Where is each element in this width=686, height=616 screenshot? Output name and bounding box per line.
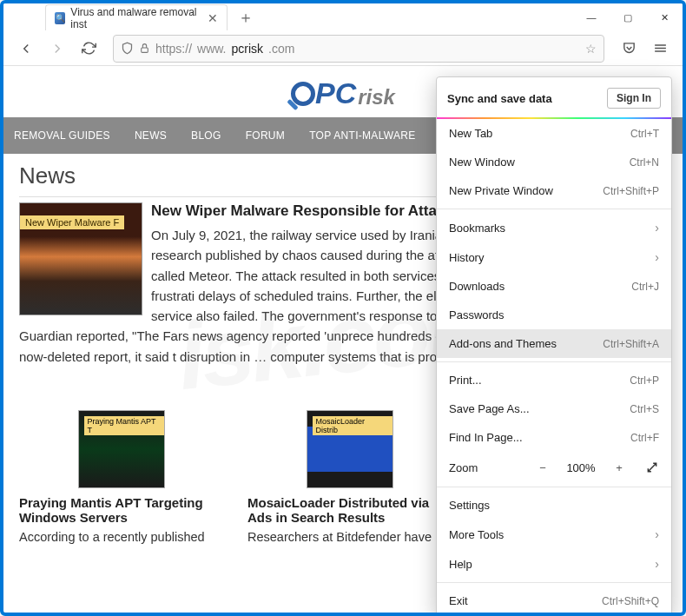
menu-label: Passwords xyxy=(449,308,505,321)
menu-separator xyxy=(437,487,671,487)
card-1-title[interactable]: Praying Mantis APT Targeting Windows Ser… xyxy=(19,495,223,525)
card-1-thumb[interactable]: Praying Mantis APT T xyxy=(78,410,165,488)
menu-bookmarks[interactable]: Bookmarks› xyxy=(437,213,671,242)
address-bar[interactable]: https://www.pcrisk.com ☆ xyxy=(113,35,604,63)
menu-label: Save Page As... xyxy=(449,402,530,415)
zoom-label: Zoom xyxy=(449,461,478,474)
menu-shortcut: Ctrl+Shift+P xyxy=(603,185,659,197)
card-2-thumb[interactable]: MosaicLoader Distrib xyxy=(307,410,393,488)
nav-top-antimalware[interactable]: TOP ANTI-MALWARE xyxy=(309,129,415,142)
zoom-in-button[interactable]: + xyxy=(609,457,630,478)
card-2-title[interactable]: MosaicLoader Distributed via Ads in Sear… xyxy=(247,495,452,525)
nav-forum[interactable]: FORUM xyxy=(246,129,286,142)
menu-zoom-row: Zoom − 100% + xyxy=(437,452,671,483)
menu-history[interactable]: History› xyxy=(437,242,671,272)
menu-separator xyxy=(437,209,671,209)
menu-exit[interactable]: ExitCtrl+Shift+Q xyxy=(437,586,671,615)
menu-new-tab[interactable]: New TabCtrl+T xyxy=(437,119,671,148)
tab-favicon-icon: 🔍 xyxy=(55,12,65,24)
menu-shortcut: Ctrl+P xyxy=(630,374,659,387)
reload-button[interactable] xyxy=(75,35,102,63)
lock-icon[interactable] xyxy=(139,43,150,54)
sign-in-button[interactable]: Sign In xyxy=(607,88,661,109)
nav-blog[interactable]: BLOG xyxy=(191,129,221,142)
lead-article-thumb[interactable]: New Wiper Malware F xyxy=(19,202,142,315)
chevron-right-icon: › xyxy=(655,557,659,571)
toolbar: https://www.pcrisk.com ☆ xyxy=(3,31,683,66)
menu-passwords[interactable]: Passwords xyxy=(437,301,671,329)
menu-label: Exit xyxy=(449,594,468,607)
nav-removal-guides[interactable]: REMOVAL GUIDES xyxy=(14,129,110,142)
url-domain: pcrisk xyxy=(231,42,263,56)
chevron-right-icon: › xyxy=(655,221,659,235)
browser-window: 🔍 Virus and malware removal inst ✕ ＋ — ▢… xyxy=(0,0,686,616)
menu-label: More Tools xyxy=(449,528,504,541)
menu-find-in-page[interactable]: Find In Page...Ctrl+F xyxy=(437,423,671,452)
menu-label: Settings xyxy=(449,499,490,512)
logo-text-1: PC xyxy=(315,76,356,110)
menu-save-page-as[interactable]: Save Page As...Ctrl+S xyxy=(437,394,671,423)
menu-shortcut: Ctrl+Shift+Q xyxy=(602,595,659,607)
thumb-label: New Wiper Malware F xyxy=(20,215,124,229)
menu-shortcut: Ctrl+J xyxy=(631,281,659,293)
menu-more-tools[interactable]: More Tools› xyxy=(437,520,671,549)
logo-text-2: risk xyxy=(358,85,395,109)
zoom-value: 100% xyxy=(562,461,600,474)
sync-title: Sync and save data xyxy=(447,92,552,105)
nav-news[interactable]: NEWS xyxy=(135,129,167,142)
menu-shortcut: Ctrl+N xyxy=(630,156,659,169)
menu-settings[interactable]: Settings xyxy=(437,491,671,520)
titlebar: 🔍 Virus and malware removal inst ✕ ＋ — ▢… xyxy=(3,3,683,31)
menu-label: Downloads xyxy=(449,280,505,293)
app-menu-button[interactable] xyxy=(646,35,674,63)
menu-shortcut: Ctrl+Shift+A xyxy=(603,338,659,350)
url-protocol: https:// xyxy=(155,42,192,56)
card-2-body: Researchers at Bitdefender have xyxy=(247,530,452,544)
svg-rect-0 xyxy=(142,48,148,52)
menu-label: Help xyxy=(449,558,472,571)
back-button[interactable] xyxy=(12,35,40,63)
forward-button[interactable] xyxy=(43,35,71,63)
url-host: www. xyxy=(197,42,226,56)
bookmark-star-icon[interactable]: ☆ xyxy=(585,42,597,56)
menu-new-window[interactable]: New WindowCtrl+N xyxy=(437,148,671,176)
zoom-out-button[interactable]: − xyxy=(532,457,553,478)
menu-separator xyxy=(437,582,671,583)
logo-magnifier-icon xyxy=(291,82,315,106)
tab-close-icon[interactable]: ✕ xyxy=(208,11,218,25)
menu-downloads[interactable]: DownloadsCtrl+J xyxy=(437,272,671,301)
menu-shortcut: Ctrl+F xyxy=(630,432,659,444)
menu-label: New Private Window xyxy=(449,184,553,197)
menu-label: New Tab xyxy=(449,127,492,140)
menu-shortcut: Ctrl+S xyxy=(630,403,659,415)
menu-label: Bookmarks xyxy=(449,222,505,235)
browser-tab[interactable]: 🔍 Virus and malware removal inst ✕ xyxy=(45,4,228,30)
app-menu-panel: Sync and save data Sign In New TabCtrl+T… xyxy=(436,76,672,616)
menu-shortcut: Ctrl+T xyxy=(630,128,659,140)
chevron-right-icon: › xyxy=(655,527,659,541)
chevron-right-icon: › xyxy=(655,250,659,264)
menu-addons-themes[interactable]: Add-ons and ThemesCtrl+Shift+A xyxy=(437,329,671,358)
maximize-button[interactable]: ▢ xyxy=(610,3,646,31)
close-button[interactable]: ✕ xyxy=(646,3,683,31)
window-controls: — ▢ ✕ xyxy=(573,3,683,31)
menu-label: Find In Page... xyxy=(449,431,523,444)
shield-icon[interactable] xyxy=(121,42,134,55)
menu-new-private-window[interactable]: New Private WindowCtrl+Shift+P xyxy=(437,176,671,205)
minimize-button[interactable]: — xyxy=(573,3,610,31)
url-tld: .com xyxy=(268,42,294,56)
menu-separator xyxy=(437,361,671,362)
pocket-icon[interactable] xyxy=(615,35,643,63)
menu-sync-row: Sync and save data Sign In xyxy=(437,77,671,117)
menu-label: Print... xyxy=(449,374,482,387)
tab-title: Virus and malware removal inst xyxy=(70,6,199,30)
menu-print[interactable]: Print...Ctrl+P xyxy=(437,366,671,394)
menu-label: Add-ons and Themes xyxy=(449,337,557,350)
menu-label: History xyxy=(449,251,484,264)
card-1: Praying Mantis APT T Praying Mantis APT … xyxy=(19,410,223,544)
card-1-thumb-label: Praying Mantis APT T xyxy=(84,416,164,435)
card-2-thumb-label: MosaicLoader Distrib xyxy=(313,416,392,435)
menu-help[interactable]: Help› xyxy=(437,549,671,579)
new-tab-button[interactable]: ＋ xyxy=(238,7,254,28)
fullscreen-icon[interactable] xyxy=(642,457,663,478)
